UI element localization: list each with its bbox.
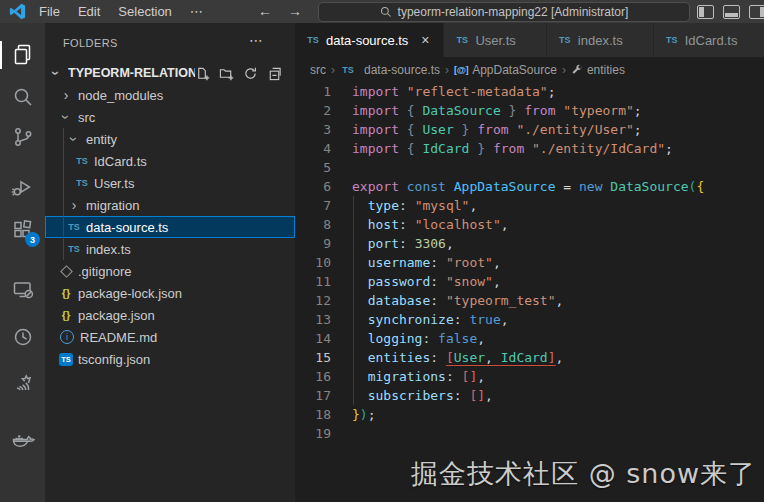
tree-item-package-lock.json[interactable]: {}package-lock.json	[45, 282, 295, 304]
line-number-gutter: 12345678910111213141516171819	[295, 82, 331, 443]
layout-controls	[697, 0, 764, 23]
tab-index.ts[interactable]: TSindex.ts	[547, 23, 654, 57]
code-line-3[interactable]: import { User } from "./entity/User";	[352, 120, 764, 139]
breadcrumb-item-AppDataSource[interactable]: [@]AppDataSource	[454, 63, 557, 77]
breadcrumb-label: entities	[587, 63, 625, 77]
breadcrumb-label: src	[310, 63, 326, 77]
code-line-6[interactable]: export const AppDataSource = new DataSou…	[352, 177, 764, 196]
tree-item-README.md[interactable]: iREADME.md	[45, 326, 295, 348]
refresh-icon[interactable]	[243, 66, 258, 81]
extensions-icon[interactable]: 3	[0, 207, 45, 253]
toggle-panel-icon[interactable]	[723, 5, 740, 19]
tree-item-User.ts[interactable]: TSUser.ts	[45, 172, 295, 194]
tab-User.ts[interactable]: TSUser.ts	[444, 23, 546, 57]
code-line-8[interactable]: host: "localhost",	[352, 215, 764, 234]
tree-root-folder[interactable]: › TYPEORM-RELATION-...	[45, 62, 295, 84]
code-line-15[interactable]: entities: [User, IdCard],	[352, 348, 764, 367]
tab-bar: TSdata-source.ts×TSUser.tsTSindex.tsTSId…	[295, 23, 764, 57]
nav-back-button[interactable]: ←	[253, 0, 277, 23]
extensions-badge: 3	[25, 232, 40, 247]
line-number: 19	[295, 424, 331, 443]
source-control-icon[interactable]	[0, 114, 45, 160]
toggle-sidebar-icon[interactable]	[697, 5, 714, 19]
tree-item-data-source.ts[interactable]: TSdata-source.ts	[45, 216, 295, 238]
code-line-14[interactable]: logging: false,	[352, 329, 764, 348]
readme-info-icon: i	[60, 330, 74, 344]
explorer-actions	[195, 66, 282, 81]
search-box-text: typeorm-relation-mapping22 [Administrato…	[398, 5, 629, 19]
close-icon[interactable]: ×	[417, 32, 433, 48]
code-line-2[interactable]: import { DataSource } from "typeorm";	[352, 101, 764, 120]
search-icon	[380, 6, 392, 18]
command-center-search[interactable]: typeorm-relation-mapping22 [Administrato…	[318, 2, 690, 22]
docker-icon[interactable]	[0, 417, 45, 463]
tree-item-tsconfig.json[interactable]: TStsconfig.json	[45, 348, 295, 370]
code-line-4[interactable]: import { IdCard } from "./entity/IdCard"…	[352, 139, 764, 158]
tree-item-label: entity	[86, 132, 117, 147]
toggle-secondary-sidebar-icon[interactable]	[749, 5, 764, 19]
code-line-18[interactable]: });	[352, 405, 764, 424]
line-number: 9	[295, 234, 331, 253]
line-number: 2	[295, 101, 331, 120]
tree-item-label: index.ts	[86, 242, 131, 257]
editor-group: TSdata-source.ts×TSUser.tsTSindex.tsTSId…	[295, 23, 764, 502]
breadcrumb-item-entities[interactable]: entities	[571, 63, 625, 77]
code-line-1[interactable]: import "reflect-metadata";	[352, 82, 764, 101]
code-line-16[interactable]: migrations: [],	[352, 367, 764, 386]
new-folder-icon[interactable]	[219, 66, 234, 81]
tree-item-src[interactable]: ›src	[45, 106, 295, 128]
line-number: 1	[295, 82, 331, 101]
tree-item-package.json[interactable]: {}package.json	[45, 304, 295, 326]
clock-icon[interactable]	[0, 314, 45, 360]
code-line-5[interactable]	[352, 158, 764, 177]
tree-item-.gitignore[interactable]: .gitignore	[45, 260, 295, 282]
tree-item-migration[interactable]: ›migration	[45, 194, 295, 216]
explorer-icon[interactable]	[0, 32, 45, 78]
breadcrumb-separator: ›	[562, 63, 566, 77]
tree-item-IdCard.ts[interactable]: TSIdCard.ts	[45, 150, 295, 172]
tree-item-entity[interactable]: ›entity	[45, 128, 295, 150]
remote-explorer-icon[interactable]	[0, 267, 45, 313]
chevron-down-icon: ›	[48, 65, 64, 81]
menu-bar: FileEditSelection⋯	[30, 0, 212, 23]
tab-label: index.ts	[578, 33, 623, 48]
tree-item-node_modules[interactable]: ›node_modules	[45, 84, 295, 106]
run-and-debug-icon[interactable]	[0, 164, 45, 210]
code-line-13[interactable]: synchronize: true,	[352, 310, 764, 329]
typescript-file-icon: TS	[557, 35, 573, 45]
hand-icon[interactable]	[0, 360, 45, 406]
menu-file[interactable]: File	[30, 0, 69, 23]
tab-IdCard.ts[interactable]: TSIdCard.ts	[654, 23, 764, 57]
breadcrumb-item-data-source.ts[interactable]: TSdata-source.ts	[340, 63, 440, 77]
tree-item-label: node_modules	[78, 88, 163, 103]
menu-edit[interactable]: Edit	[69, 0, 109, 23]
line-number: 4	[295, 139, 331, 158]
nav-forward-button[interactable]: →	[283, 0, 307, 23]
menu-more-icon[interactable]: ⋯	[181, 0, 212, 23]
line-number: 6	[295, 177, 331, 196]
line-number: 7	[295, 196, 331, 215]
code-indent-guide	[353, 196, 354, 405]
code-line-7[interactable]: type: "mysql",	[352, 196, 764, 215]
typescript-file-icon: TS	[454, 35, 470, 45]
code-line-12[interactable]: database: "typeorm_test",	[352, 291, 764, 310]
code-line-17[interactable]: subscribers: [],	[352, 386, 764, 405]
git-file-icon	[58, 267, 74, 276]
new-file-icon[interactable]	[195, 66, 210, 81]
code-line-11[interactable]: password: "snow",	[352, 272, 764, 291]
tree-item-index.ts[interactable]: TSindex.ts	[45, 238, 295, 260]
tab-data-source.ts[interactable]: TSdata-source.ts×	[295, 23, 444, 57]
code-line-10[interactable]: username: "root",	[352, 253, 764, 272]
menu-selection[interactable]: Selection	[109, 0, 180, 23]
line-number: 13	[295, 310, 331, 329]
vscode-window: FileEditSelection⋯ ← → typeorm-relation-…	[0, 0, 764, 502]
code-line-9[interactable]: port: 3306,	[352, 234, 764, 253]
collapse-all-icon[interactable]	[267, 66, 282, 81]
code-line-19[interactable]	[352, 424, 764, 443]
watermark-text: 掘金技术社区 @ snow来了	[411, 456, 756, 492]
more-actions-icon[interactable]: ⋯	[249, 32, 263, 48]
breadcrumb-label: data-source.ts	[364, 63, 440, 77]
chevron-right-icon: ›	[58, 87, 74, 103]
breadcrumb-item-src[interactable]: src	[310, 63, 326, 77]
line-number: 8	[295, 215, 331, 234]
